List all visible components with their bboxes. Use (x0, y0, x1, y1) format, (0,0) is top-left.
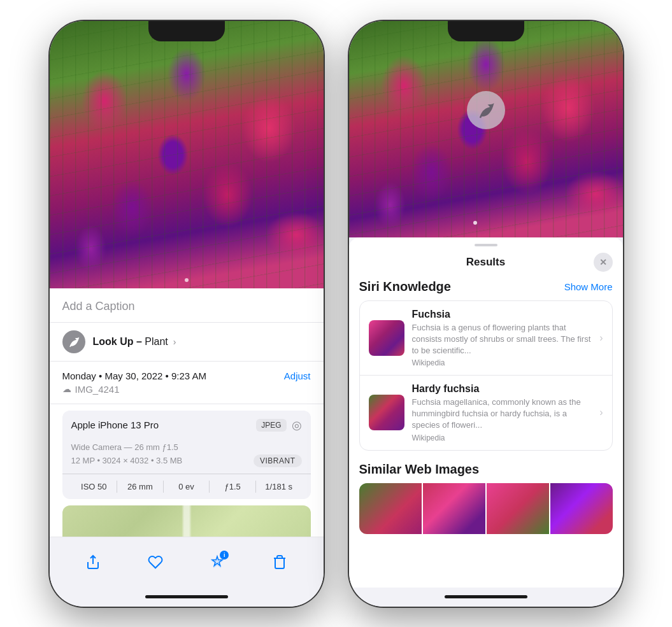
info-button[interactable]: i (203, 548, 231, 576)
info-notification-badge: i (220, 551, 229, 560)
knowledge-item-fuchsia[interactable]: Fuchsia Fuchsia is a genus of flowering … (360, 301, 612, 376)
phone-1: Add a Caption Look Up – Plant › Monday •… (50, 21, 324, 607)
lookup-leaf-icon (476, 101, 496, 120)
trash-icon (272, 554, 287, 570)
flower-stems-overlay-2 (349, 21, 623, 237)
results-content: Siri Knowledge Show More Fuchsia Fuchsia… (349, 279, 623, 588)
heart-icon (148, 554, 163, 570)
show-more-button[interactable]: Show More (564, 281, 613, 292)
flower-stems-overlay (50, 21, 324, 288)
siri-knowledge-title: Siri Knowledge (359, 279, 451, 294)
caption-section: Add a Caption (50, 288, 324, 323)
exif-shutter: 1/181 s (256, 481, 302, 493)
similar-image-4[interactable] (550, 483, 613, 534)
device-section: Apple iPhone 13 Pro JPEG ◎ Wide Camera —… (62, 411, 311, 499)
camera-specs: Wide Camera — 26 mm ƒ1.5 12 MP • 3024 × … (62, 440, 311, 474)
sheet-handle-bar (475, 244, 497, 246)
device-name: Apple iPhone 13 Pro (71, 419, 159, 430)
hardy-fuchsia-name: Hardy fuchsia (412, 383, 592, 395)
caption-input[interactable]: Add a Caption (62, 300, 135, 313)
device-badges: JPEG ◎ (256, 418, 301, 432)
similar-images-grid (359, 483, 613, 534)
photo-toolbar: i (50, 537, 324, 588)
exif-row: ISO 50 26 mm 0 ev ƒ1.5 1/181 s (62, 474, 311, 499)
fuchsia-description: Fuchsia is a genus of flowering plants t… (412, 322, 592, 357)
hardy-fuchsia-info: Hardy fuchsia Fuchsia magellanica, commo… (412, 383, 592, 442)
lookup-icon (62, 330, 85, 353)
vibrant-badge: VIBRANT (254, 454, 302, 467)
meta-section: Monday • May 30, 2022 • 9:23 AM Adjust ☁… (50, 362, 324, 404)
exif-aperture: ƒ1.5 (210, 481, 256, 493)
home-indicator (50, 588, 324, 607)
fuchsia-info: Fuchsia Fuchsia is a genus of flowering … (412, 309, 592, 368)
photo-display[interactable] (50, 21, 324, 288)
share-icon (85, 554, 101, 570)
fuchsia-chevron-icon: › (599, 332, 603, 344)
fuchsia-name: Fuchsia (412, 309, 592, 320)
home-bar-2 (445, 595, 527, 598)
phone-2-screen: Results ✕ Siri Knowledge Show More Fuchs… (349, 21, 623, 607)
photo-date: Monday • May 30, 2022 • 9:23 AM (62, 370, 206, 381)
siri-knowledge-header: Siri Knowledge Show More (359, 279, 613, 294)
delete-button[interactable] (266, 548, 294, 576)
exif-iso: ISO 50 (71, 481, 118, 493)
map-area[interactable] (62, 505, 311, 537)
similar-image-2[interactable] (423, 483, 485, 534)
visual-lookup-dot (473, 221, 477, 225)
results-sheet: Results ✕ Siri Knowledge Show More Fuchs… (349, 237, 623, 588)
knowledge-item-hardy-fuchsia[interactable]: Hardy fuchsia Fuchsia magellanica, commo… (360, 376, 612, 450)
similar-image-1[interactable] (359, 483, 422, 534)
adjust-button[interactable]: Adjust (284, 370, 311, 381)
hardy-fuchsia-description: Fuchsia magellanica, commonly known as t… (412, 397, 592, 432)
favorite-button[interactable] (141, 548, 169, 576)
home-bar (145, 595, 228, 598)
close-button[interactable]: ✕ (594, 253, 613, 272)
lookup-chevron-icon: › (171, 337, 176, 347)
results-title: Results (378, 256, 594, 269)
results-header: Results ✕ (349, 250, 623, 279)
map-roads-overlay (62, 505, 311, 537)
format-badge: JPEG (256, 419, 286, 432)
similar-web-images-title: Similar Web Images (359, 462, 613, 477)
home-indicator-2 (349, 588, 623, 607)
lookup-row[interactable]: Look Up – Plant › (50, 323, 324, 362)
phone-2: Results ✕ Siri Knowledge Show More Fuchs… (349, 21, 623, 607)
sheet-handle (349, 237, 623, 250)
fuchsia-source: Wikipedia (412, 358, 592, 367)
visual-lookup-indicator (467, 91, 505, 129)
camera-settings-icon: ◎ (292, 418, 302, 432)
hardy-fuchsia-chevron-icon: › (599, 407, 603, 418)
meta-date-row: Monday • May 30, 2022 • 9:23 AM Adjust (62, 370, 311, 381)
fuchsia-thumbnail (369, 320, 404, 356)
meta-filename: ☁ IMG_4241 (62, 384, 311, 395)
phone-1-screen: Add a Caption Look Up – Plant › Monday •… (50, 21, 324, 607)
knowledge-card: Fuchsia Fuchsia is a genus of flowering … (359, 300, 613, 451)
wide-camera-spec: Wide Camera — 26 mm ƒ1.5 (71, 442, 302, 452)
similar-web-images-section: Similar Web Images (359, 462, 613, 534)
lookup-label: Look Up – Plant › (93, 336, 176, 348)
photo-info-panel: Add a Caption Look Up – Plant › Monday •… (50, 288, 324, 537)
exif-ev: 0 ev (164, 481, 210, 493)
leaf-icon (68, 335, 80, 348)
share-button[interactable] (79, 548, 107, 576)
exif-focal: 26 mm (117, 481, 164, 493)
hardy-fuchsia-thumbnail (369, 395, 404, 430)
device-row: Apple iPhone 13 Pro JPEG ◎ (62, 411, 311, 440)
similar-image-3[interactable] (487, 483, 549, 534)
cloud-icon: ☁ (62, 384, 71, 394)
photo-display-2[interactable] (349, 21, 623, 237)
hardy-fuchsia-source: Wikipedia (412, 433, 592, 442)
photo-page-indicator (185, 278, 189, 282)
camera-specs-row2: 12 MP • 3024 × 4032 • 3.5 MB VIBRANT (71, 454, 302, 467)
